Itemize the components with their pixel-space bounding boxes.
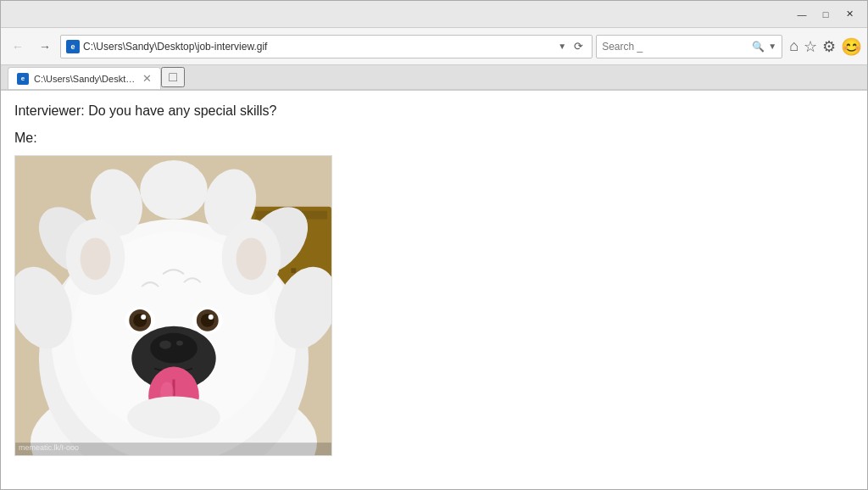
tab-close-button[interactable]: ✕ [142, 72, 152, 85]
svg-point-30 [159, 341, 171, 349]
page-content: Interviewer: Do you have any special ski… [1, 91, 867, 489]
svg-point-14 [140, 160, 208, 220]
settings-icon[interactable]: ⚙ [822, 37, 836, 56]
title-bar: — □ ✕ [1, 1, 867, 28]
search-input[interactable] [602, 41, 748, 53]
svg-point-27 [209, 315, 214, 320]
toolbar-icons: ⌂ ☆ ⚙ 😊 [789, 36, 862, 57]
home-icon[interactable]: ⌂ [789, 37, 798, 55]
browser-window: — □ ✕ ← → e ▼ ⟳ 🔍 ▼ ⌂ ☆ ⚙ 😊 e C:\Us [0, 0, 868, 490]
forward-button[interactable]: → [33, 35, 57, 58]
dog-svg: ■ [15, 156, 331, 455]
address-input[interactable] [83, 41, 554, 53]
interviewer-text: Interviewer: Do you have any special ski… [14, 101, 854, 121]
minimize-button[interactable]: — [791, 6, 813, 23]
me-text: Me: [14, 128, 854, 148]
toolbar: ← → e ▼ ⟳ 🔍 ▼ ⌂ ☆ ⚙ 😊 [1, 28, 867, 65]
maximize-button[interactable]: □ [815, 6, 837, 23]
search-bar[interactable]: 🔍 ▼ [596, 35, 782, 58]
smiley-icon[interactable]: 😊 [841, 36, 862, 57]
tab-favicon: e [17, 73, 29, 85]
watermark-text: memeatic.lk/I-ooo [19, 443, 79, 452]
new-tab-button[interactable]: □ [161, 67, 185, 87]
window-controls: — □ ✕ [791, 6, 860, 23]
tab-label: C:\Users\Sandy\Desktop\jo... [34, 74, 136, 84]
close-button[interactable]: ✕ [838, 6, 860, 23]
dog-image: ■ [14, 155, 332, 456]
svg-point-36 [127, 396, 220, 438]
search-icon[interactable]: 🔍 [752, 41, 765, 53]
address-bar[interactable]: e ▼ ⟳ [60, 35, 593, 58]
refresh-button[interactable]: ⟳ [570, 38, 587, 55]
page-favicon: e [66, 40, 80, 53]
tab-bar: e C:\Users\Sandy\Desktop\jo... ✕ □ [1, 65, 867, 91]
active-tab[interactable]: e C:\Users\Sandy\Desktop\jo... ✕ [8, 67, 161, 89]
svg-point-23 [141, 315, 146, 320]
svg-point-18 [81, 237, 111, 280]
svg-point-29 [150, 333, 198, 364]
svg-point-19 [236, 237, 267, 280]
search-dropdown-icon[interactable]: ▼ [768, 42, 776, 51]
back-button[interactable]: ← [6, 35, 30, 58]
svg-point-31 [176, 341, 183, 346]
favorites-icon[interactable]: ☆ [804, 37, 817, 56]
address-dropdown-icon[interactable]: ▼ [558, 42, 566, 51]
